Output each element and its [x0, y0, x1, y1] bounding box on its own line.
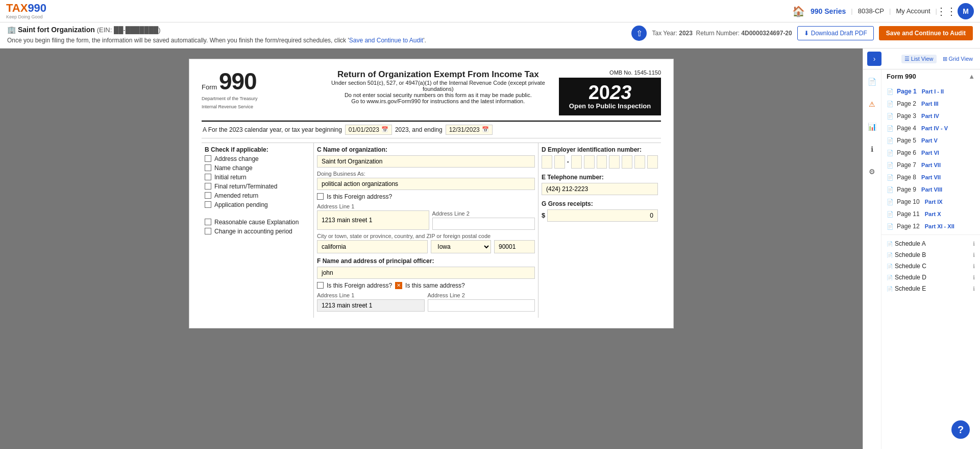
- save-continue-link[interactable]: Save and Continue to Audit: [349, 37, 423, 44]
- officer-address1-label: Address Line 1: [317, 292, 425, 298]
- collapse-icon[interactable]: ▲: [968, 73, 975, 80]
- date-end-input[interactable]: 12/31/2023 📅: [446, 125, 493, 135]
- app-pending-checkbox[interactable]: [205, 201, 211, 208]
- ein-box-4[interactable]: [584, 155, 595, 169]
- amended-return-check-row: Amended return: [205, 192, 310, 199]
- chevron-up-btn[interactable]: ⇧: [631, 26, 647, 41]
- page-name-12: Page 12: [897, 223, 920, 230]
- sidebar-chart-icon[interactable]: 📊: [865, 120, 879, 134]
- schedule-e-info-icon[interactable]: ℹ: [973, 286, 975, 292]
- sidebar-info-icon[interactable]: ℹ: [865, 142, 879, 156]
- year-large: 2023: [564, 83, 656, 102]
- page-item-11[interactable]: 📄 Page 11 Part X: [881, 208, 980, 220]
- page-item-5[interactable]: 📄 Page 5 Part V: [881, 134, 980, 147]
- address2-input[interactable]: [432, 218, 535, 230]
- org-name-input[interactable]: [317, 155, 535, 168]
- ein-box-1[interactable]: [542, 155, 552, 169]
- page-icon-10: 📄: [887, 199, 894, 205]
- ein-box-5[interactable]: [597, 155, 607, 169]
- form-main-title: Return of Organization Exempt From Incom…: [323, 69, 554, 80]
- date-start-input[interactable]: 01/01/2023 📅: [345, 125, 392, 135]
- page-item-9[interactable]: 📄 Page 9 Part VIII: [881, 183, 980, 196]
- right-sidebar: › ☰ List View ⊞ Grid View 📄 ⚠ 📊 ℹ ⚙: [863, 49, 980, 449]
- foreign-address-checkbox[interactable]: [317, 193, 324, 200]
- schedule-a[interactable]: 📄 Schedule A ℹ: [887, 238, 975, 249]
- ein-box-8[interactable]: [634, 155, 645, 169]
- schedule-b-info-icon[interactable]: ℹ: [973, 252, 975, 258]
- section-e-label: E Telephone number:: [542, 174, 658, 181]
- gross-receipts-input[interactable]: [547, 209, 658, 222]
- state-select[interactable]: Iowa California: [431, 240, 491, 253]
- form-label: Form 990: [887, 73, 916, 80]
- page-item-2[interactable]: 📄 Page 2 Part III: [881, 98, 980, 110]
- avatar[interactable]: M: [958, 3, 974, 19]
- nav-my-account[interactable]: My Account: [896, 7, 930, 15]
- page-item-8[interactable]: 📄 Page 8 Part VII: [881, 171, 980, 183]
- form-subtitle1: Under section 501(c), 527, or 4947(a)(1)…: [323, 80, 554, 92]
- initial-return-checkbox[interactable]: [205, 174, 211, 180]
- page-part-1: Part I - II: [922, 88, 944, 94]
- form-subtitle2: Do not enter social security numbers on …: [323, 92, 554, 98]
- page-name-10: Page 10: [897, 198, 920, 205]
- page-item-12[interactable]: 📄 Page 12 Part XI - XII: [881, 220, 980, 232]
- schedule-d[interactable]: 📄 Schedule D ℹ: [887, 272, 975, 283]
- page-item-3[interactable]: 📄 Page 3 Part IV: [881, 110, 980, 122]
- page-item-10[interactable]: 📄 Page 10 Part IX: [881, 196, 980, 208]
- final-return-checkbox[interactable]: [205, 183, 211, 190]
- schedule-a-icon: 📄: [887, 241, 893, 247]
- city-input[interactable]: [317, 240, 428, 253]
- grid-view-btn[interactable]: ⊞ Grid View: [940, 55, 976, 63]
- help-button[interactable]: ?: [951, 420, 970, 439]
- officer-address2-input[interactable]: [428, 299, 535, 312]
- phone-input[interactable]: [542, 183, 658, 195]
- change-accounting-checkbox[interactable]: [205, 228, 211, 234]
- nav-8038cp[interactable]: 8038-CP: [858, 7, 884, 15]
- home-icon[interactable]: 🏠: [790, 3, 806, 19]
- sidebar-settings-icon[interactable]: ⚙: [865, 164, 879, 179]
- name-change-checkbox[interactable]: [205, 164, 211, 171]
- zip-input[interactable]: [494, 240, 535, 253]
- list-view-btn[interactable]: ☰ List View: [901, 55, 937, 63]
- ein-box-6[interactable]: [609, 155, 620, 169]
- address1-input[interactable]: [317, 210, 429, 230]
- sidebar-arrow-nav[interactable]: ›: [867, 52, 881, 66]
- page-item-7[interactable]: 📄 Page 7 Part VII: [881, 159, 980, 171]
- amended-return-checkbox[interactable]: [205, 192, 211, 199]
- sidebar-doc-icon[interactable]: 📄: [865, 75, 879, 89]
- schedule-b[interactable]: 📄 Schedule B ℹ: [887, 249, 975, 261]
- schedule-c-label: Schedule C: [895, 263, 926, 270]
- schedule-c-info-icon[interactable]: ℹ: [973, 263, 975, 270]
- schedule-c[interactable]: 📄 Schedule C ℹ: [887, 261, 975, 272]
- form-header: Form 990 Department of the Treasury Inte…: [202, 69, 661, 115]
- city-state-label: City or town, state or province, country…: [317, 233, 535, 239]
- dba-input[interactable]: [317, 178, 535, 190]
- address-line1-label: Address Line 1: [317, 203, 535, 209]
- officer-address1-input[interactable]: [317, 299, 425, 312]
- grid-menu-icon[interactable]: ⋮⋮: [938, 3, 954, 19]
- page-part-11: Part X: [925, 211, 941, 217]
- schedule-e[interactable]: 📄 Schedule E ℹ: [887, 283, 975, 294]
- officer-name-input[interactable]: [317, 267, 535, 279]
- address-change-checkbox[interactable]: [205, 155, 211, 162]
- officer-foreign-checkbox[interactable]: [317, 282, 324, 289]
- page-item-4[interactable]: 📄 Page 4 Part IV - V: [881, 122, 980, 134]
- form-main-grid: B Check if applicable: Address change Na…: [202, 143, 661, 318]
- page-icon-6: 📄: [887, 150, 894, 156]
- section-f-label: F Name and address of principal officer:: [317, 257, 535, 265]
- ein-box-7[interactable]: [622, 155, 632, 169]
- ein-box-3[interactable]: [571, 155, 582, 169]
- sidebar-warning-icon[interactable]: ⚠: [865, 97, 879, 111]
- ein-box-9[interactable]: [647, 155, 658, 169]
- schedule-b-label: Schedule B: [895, 251, 926, 258]
- officer-same-x-icon[interactable]: ✕: [395, 282, 402, 289]
- ein-box-2[interactable]: [554, 155, 565, 169]
- final-return-check-row: Final return/Terminated: [205, 183, 310, 190]
- reasonable-cause-checkbox[interactable]: [205, 219, 211, 225]
- nav-990-series[interactable]: 990 Series: [811, 7, 846, 15]
- schedule-a-info-icon[interactable]: ℹ: [973, 241, 975, 247]
- save-audit-btn[interactable]: Save and Continue to Audit: [879, 26, 973, 40]
- page-item-6[interactable]: 📄 Page 6 Part VI: [881, 147, 980, 159]
- schedule-d-info-icon[interactable]: ℹ: [973, 274, 975, 281]
- page-item-1[interactable]: 📄 Page 1 Part I - II: [881, 85, 980, 98]
- download-draft-btn[interactable]: ⬇ Download Draft PDF: [797, 26, 874, 40]
